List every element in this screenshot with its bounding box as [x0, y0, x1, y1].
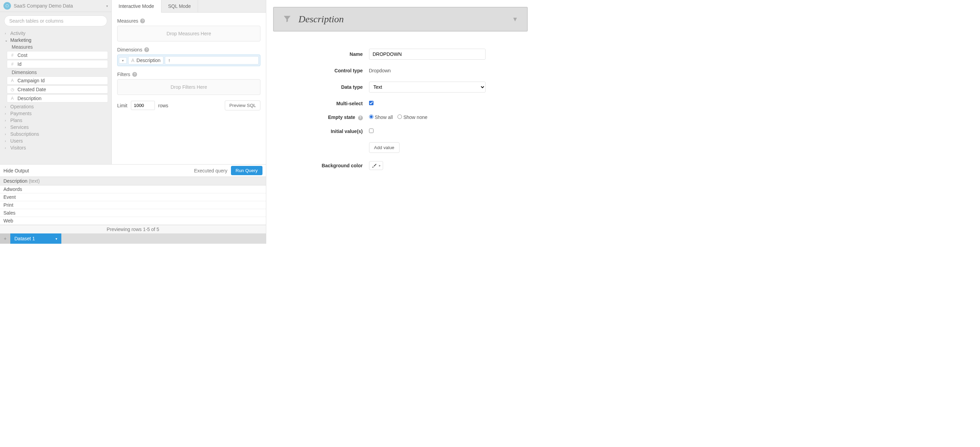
caret-right-icon: ▸ — [379, 164, 381, 167]
chevron-right-icon: › — [5, 119, 8, 122]
schema-search-input[interactable] — [4, 16, 107, 26]
field-cost[interactable]: #Cost — [7, 51, 108, 59]
schema-tree: ›Activity ⌄Marketing Measures #Cost #Id … — [0, 30, 111, 153]
help-icon[interactable]: ? — [132, 72, 137, 77]
tree-node-visitors[interactable]: ›Visitors — [0, 144, 111, 151]
dimension-sort-toggle[interactable]: ↑ — [165, 56, 259, 64]
tree-node-payments[interactable]: ›Payments — [0, 110, 111, 117]
rows-label: rows — [158, 103, 169, 108]
measures-header: Measures — [0, 43, 111, 50]
widget-title: Description — [299, 14, 505, 25]
text-icon: A — [10, 96, 15, 101]
dataset-tab-label: Dataset 1 — [14, 236, 35, 241]
text-icon: A — [10, 78, 15, 83]
tree-node-operations[interactable]: ›Operations — [0, 103, 111, 110]
caret-down-icon: ▾ — [106, 4, 108, 8]
show-none-radio[interactable] — [398, 115, 402, 119]
limit-input[interactable] — [131, 101, 155, 110]
column-header[interactable]: Description (text) — [0, 177, 266, 185]
executed-query-link[interactable]: Executed query — [194, 168, 227, 173]
field-label: Id — [18, 61, 22, 67]
field-created-date[interactable]: ◷Created Date — [7, 85, 108, 94]
label-text: Filters — [117, 72, 130, 77]
tree-node-users[interactable]: ›Users — [0, 137, 111, 144]
tree-node-marketing[interactable]: ⌄Marketing — [0, 37, 111, 43]
widget-form: Name Control type Dropdown Data type Tex… — [305, 49, 496, 170]
name-input[interactable] — [369, 49, 485, 60]
data-type-select[interactable]: Text — [369, 81, 485, 92]
measures-drop-zone[interactable]: Drop Measures Here — [117, 26, 261, 41]
help-icon[interactable]: ? — [358, 116, 363, 120]
chevron-right-icon: › — [5, 132, 8, 136]
pill-label: Description — [136, 57, 161, 63]
brush-icon — [371, 163, 377, 168]
initial-values-label: Initial value(s) — [305, 129, 363, 134]
filters-drop-zone[interactable]: Drop Filters Here — [117, 79, 261, 95]
bg-color-label: Background color — [305, 163, 363, 168]
table-row: Web — [0, 217, 266, 225]
bg-color-picker[interactable]: ▸ — [369, 161, 383, 170]
multiselect-checkbox[interactable] — [369, 101, 374, 105]
schema-sidebar: ⎔ SaaS Company Demo Data ▾ ›Activity ⌄Ma… — [0, 0, 112, 164]
filters-label: Filters? — [117, 72, 261, 77]
tree-label: Marketing — [10, 37, 31, 43]
tree-node-plans[interactable]: ›Plans — [0, 117, 111, 124]
tree-label: Operations — [10, 104, 33, 109]
chevron-right-icon: › — [5, 126, 8, 129]
query-builder: Interactive Mode SQL Mode Measures? Drop… — [112, 0, 266, 164]
field-description[interactable]: ADescription — [7, 94, 108, 102]
field-id[interactable]: #Id — [7, 60, 108, 68]
tree-label: Payments — [10, 111, 32, 116]
radio-show-all[interactable]: Show all — [369, 115, 393, 120]
preview-sql-button[interactable]: Preview SQL — [225, 100, 261, 110]
radio-show-none[interactable]: Show none — [398, 115, 427, 120]
chevron-right-icon: › — [5, 139, 8, 143]
help-icon[interactable]: ? — [140, 19, 145, 23]
tree-node-services[interactable]: ›Services — [0, 124, 111, 130]
widget-header[interactable]: Description ▼ — [273, 7, 528, 32]
field-campaign-id[interactable]: ACampaign Id — [7, 76, 108, 85]
control-type-label: Control type — [305, 68, 363, 73]
dataset-tab-1[interactable]: Dataset 1 ▾ — [10, 234, 61, 244]
mode-tabs: Interactive Mode SQL Mode — [112, 0, 266, 13]
show-all-radio[interactable] — [369, 115, 374, 119]
multiselect-label: Multi-select — [305, 101, 363, 106]
triangle-down-icon[interactable]: ▼ — [512, 16, 518, 23]
chevron-right-icon: › — [5, 146, 8, 150]
table-row: Event — [0, 193, 266, 201]
results-toolbar: Hide Output Executed query Run Query — [0, 165, 266, 177]
column-type: (text) — [29, 178, 40, 184]
radio-label: Show all — [374, 115, 393, 120]
field-label: Cost — [18, 52, 27, 58]
builder-body: Measures? Drop Measures Here Dimensions?… — [112, 13, 266, 164]
text-icon: A — [131, 57, 134, 63]
builder-top: ⎔ SaaS Company Demo Data ▾ ›Activity ⌄Ma… — [0, 0, 266, 165]
label-text: Empty state — [328, 115, 355, 120]
datasource-name: SaaS Company Demo Data — [14, 3, 106, 9]
control-type-value: Dropdown — [369, 68, 496, 73]
add-value-button[interactable]: Add value — [369, 142, 399, 153]
dimension-menu-toggle[interactable]: ▾ — [119, 57, 127, 64]
results-panel: Hide Output Executed query Run Query Des… — [0, 165, 266, 234]
tree-node-subscriptions[interactable]: ›Subscriptions — [0, 130, 111, 137]
tree-label: Users — [10, 138, 23, 144]
preview-footer: Previewing rows 1-5 of 5 — [0, 225, 266, 234]
limit-row: Limit rows Preview SQL — [117, 100, 261, 110]
tree-label: Subscriptions — [10, 131, 39, 137]
add-dataset-button[interactable]: + — [0, 234, 10, 244]
run-query-button[interactable]: Run Query — [231, 166, 262, 175]
tab-sql[interactable]: SQL Mode — [161, 0, 198, 12]
datasource-select[interactable]: ⎔ SaaS Company Demo Data ▾ — [0, 0, 111, 12]
initial-values-checkbox[interactable] — [369, 129, 374, 133]
tree-label: Services — [10, 124, 29, 130]
limit-label: Limit — [117, 103, 127, 108]
chevron-right-icon: › — [5, 112, 8, 116]
tree-node-activity[interactable]: ›Activity — [0, 30, 111, 37]
dimensions-drop-zone[interactable]: ▾ ADescription ↑ — [117, 54, 261, 66]
caret-down-icon[interactable]: ▾ — [56, 237, 57, 241]
tab-interactive[interactable]: Interactive Mode — [112, 0, 161, 13]
dimension-pill-description[interactable]: ADescription — [128, 56, 164, 64]
hide-output-toggle[interactable]: Hide Output — [3, 168, 29, 173]
hash-icon: # — [10, 62, 15, 67]
help-icon[interactable]: ? — [144, 47, 149, 52]
